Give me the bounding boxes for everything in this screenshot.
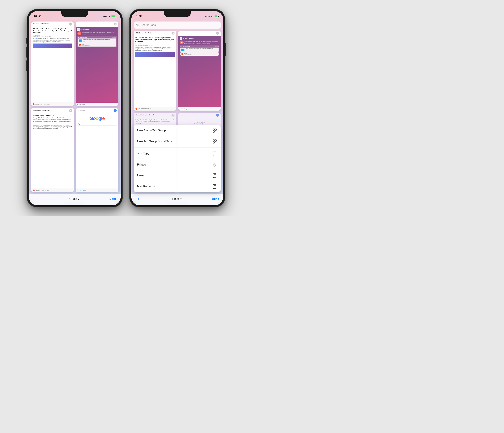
tab-card-privacy-2[interactable]: ✕ 📖 Privacy Report 49 In the last seven … xyxy=(178,31,221,110)
context-menu-item-new-empty[interactable]: New Empty Tab Group xyxy=(134,125,221,136)
context-menu-item-new-from-tabs[interactable]: New Tab Group from 4 Tabs xyxy=(134,136,221,147)
context-menu-item-4tabs[interactable]: ✓ 4 Tabs xyxy=(134,148,221,159)
power-button-2[interactable] xyxy=(225,43,226,56)
tab-header-google-2: ALL IMAGES ✕ xyxy=(178,113,221,118)
tab-card-appletv[interactable]: Should You Buy the Apple TV... ✕ Should … xyxy=(31,108,74,193)
siri-item-img-1 xyxy=(79,39,82,42)
svg-rect-1 xyxy=(215,129,216,130)
tab-header-appletv: Should You Buy the Apple TV... ✕ xyxy=(31,108,74,113)
phone-1-content: iOS 15's Live Text Featu... ✕ iOS 15's L… xyxy=(29,20,121,205)
tab-footer-privacy-2: ★ Start Page xyxy=(178,107,221,110)
done-button-2[interactable]: Done xyxy=(212,197,219,201)
siri-show-all[interactable]: Show All xyxy=(112,37,116,38)
tab-close-appletv[interactable]: ✕ xyxy=(69,109,72,112)
tabs-chevron-1: ∨ xyxy=(78,198,79,200)
tab-card-ios15[interactable]: iOS 15's Live Text Featu... ✕ iOS 15's L… xyxy=(31,21,74,106)
svg-rect-20 xyxy=(213,184,216,189)
search-tabs-bar[interactable]: 🔍 Search Tabs xyxy=(134,21,221,28)
phone-2: 13:03 ▲ 🔍 Search Tabs xyxy=(129,9,225,207)
article-body-ios15: In iOS 15, Apple is introducing a new fe… xyxy=(33,38,72,43)
tab-footer-text-privacy-2: ★ Start Page xyxy=(180,108,188,110)
tab-title-appletv-2: Should You Buy the Apple TV... xyxy=(135,114,171,116)
article-body-appletv-2: Announced in April of 2021, the second-g… xyxy=(33,124,72,129)
private-hand-icon xyxy=(212,162,217,167)
tab-card-ios15-2[interactable]: iOS 15's Live Text Featu... ✕ iOS 15's L… xyxy=(134,31,176,110)
tab-content-privacy-2: 📖 Privacy Report 49 In the last seven da… xyxy=(178,36,221,107)
context-menu-divider-1 xyxy=(134,147,221,148)
tab-card-google[interactable]: ALL IMAGES ⋮⋮⋮ ✕ Google xyxy=(76,108,118,193)
context-menu-item-private[interactable]: Private xyxy=(134,159,221,170)
favicon-google: G xyxy=(77,189,79,191)
power-button[interactable] xyxy=(122,43,123,56)
tabs-grid-1: iOS 15's Live Text Featu... ✕ iOS 15's L… xyxy=(29,20,121,194)
tabs-button-2[interactable]: 4 Tabs ∨ xyxy=(171,198,182,200)
tab-footer-ios15: 🍎 iOS 15's Live Text Fea... xyxy=(31,102,74,106)
mute-button-2[interactable] xyxy=(129,38,130,44)
new-tab-button-1[interactable]: + xyxy=(33,196,39,202)
context-menu-label-macrumours: Mac Rumours xyxy=(137,185,212,188)
siri-item-1-2[interactable]: Google Explores Alternative to Apple's N… xyxy=(180,47,219,52)
done-button-1[interactable]: Done xyxy=(109,197,117,201)
apple-text-container: Apple □ From Bookmarks xyxy=(82,44,90,46)
siri-item-1[interactable]: Google Explores Alternative to Apple's N… xyxy=(78,38,116,43)
apple-logo-icon: 🍎 xyxy=(79,44,81,46)
siri-suggestions: Siri Suggestions Show All Google Explore… xyxy=(77,36,117,47)
tab-header-privacy-2: ✕ xyxy=(178,31,221,36)
tab-close-appletv-2[interactable]: ✕ xyxy=(171,114,175,117)
tab-content-ios15: iOS 15's Live Text Feature Lets You Digi… xyxy=(31,27,74,102)
siri-title: Siri Suggestions xyxy=(78,37,87,38)
tab-close-ios15[interactable]: ✕ xyxy=(69,23,72,26)
context-menu-label-new-empty: New Empty Tab Group xyxy=(137,129,212,132)
article-meta-ios15-2: Tim Hardwick Friday June 11, 2021 1:37 a… xyxy=(135,43,175,46)
favicon-ios15-2: 🍎 xyxy=(135,108,137,110)
mute-button[interactable] xyxy=(26,38,27,44)
notch xyxy=(61,11,88,17)
siri-suggestions-2: Siri Suggestions Show All Google Explore… xyxy=(180,45,219,56)
new-tab-group-from-tabs-icon xyxy=(212,139,217,144)
privacy-text-2: In the last seven days, Safari has preve… xyxy=(184,41,219,44)
volume-down-button[interactable] xyxy=(26,60,27,71)
privacy-title-2: Privacy Report xyxy=(183,38,194,39)
new-tab-group-icon xyxy=(212,128,217,133)
toolbar-1: + 4 Tabs ∨ Done xyxy=(29,194,121,205)
phone-2-content: 🔍 Search Tabs iOS 15's Live Text Featu..… xyxy=(131,20,223,205)
context-menu-item-news[interactable]: News xyxy=(134,170,221,181)
tab-title-google-2: ALL IMAGES xyxy=(180,114,215,116)
new-tab-button-2[interactable]: + xyxy=(135,196,142,202)
tab-close-google[interactable]: ✕ xyxy=(114,109,117,112)
tab-close-ios15-2[interactable]: ✕ xyxy=(171,32,175,35)
google-search-bar[interactable]: 🔍 xyxy=(77,123,117,126)
svg-rect-8 xyxy=(215,140,216,141)
siri-title-2: Siri Suggestions xyxy=(180,46,190,47)
privacy-badge: 49 xyxy=(77,31,81,35)
tab-title-ios15: iOS 15's Live Text Featu... xyxy=(33,23,68,25)
context-menu-item-macrumours[interactable]: Mac Rumours xyxy=(134,181,221,192)
tab-title-ios15-2: iOS 15's Live Text Featu... xyxy=(135,32,171,34)
privacy-text: In the last seven days, Safari has preve… xyxy=(82,32,117,35)
tab-footer-ios15-2: 🍎 iOS 15's Live Text Fea... xyxy=(134,107,176,110)
volume-down-button-2[interactable] xyxy=(129,60,130,71)
tab-close-privacy-2[interactable]: ✕ xyxy=(216,32,219,35)
article-image-ios15-2 xyxy=(135,52,175,57)
siri-show-all-2[interactable]: Show All xyxy=(215,46,219,47)
apple-item[interactable]: 🍎 Apple □ From Bookmarks xyxy=(78,43,116,46)
tab-footer-text-appletv: Apple TV: New 4K Mo... xyxy=(36,190,50,191)
toolbar-2: + 4 Tabs ∨ Done xyxy=(131,194,223,205)
volume-up-button-2[interactable] xyxy=(129,47,130,58)
tab-close-google-2[interactable]: ✕ xyxy=(216,114,219,117)
status-icons-2: ▲ xyxy=(205,15,218,18)
status-time-1: 13:02 xyxy=(34,14,41,18)
tabs-button-1[interactable]: 4 Tabs ∨ xyxy=(69,198,79,200)
apple-item-2[interactable]: 🍎 Apple □ From Bookmarks xyxy=(180,52,219,56)
volume-up-button[interactable] xyxy=(26,47,27,58)
tab-content-ios15-2: iOS 15's Live Text Feature Lets You Digi… xyxy=(134,36,176,107)
tab-card-privacy[interactable]: ✕ 📖 Privacy Report 49 In the last seven … xyxy=(76,21,118,106)
tab-footer-google: G 🔍 Google xyxy=(76,189,118,192)
tab-close-privacy[interactable]: ✕ xyxy=(114,23,117,26)
siri-suggestions-header-2: Siri Suggestions Show All xyxy=(180,46,219,47)
article-body-ios15-2: In iOS 15, Apple is introducing a new fe… xyxy=(135,46,175,51)
siri-suggestions-header: Siri Suggestions Show All xyxy=(78,37,116,38)
signal-icon xyxy=(103,16,107,17)
article-title-ios15-2: iOS 15's Live Text Feature Lets You Digi… xyxy=(135,37,175,43)
svg-rect-7 xyxy=(213,140,215,141)
